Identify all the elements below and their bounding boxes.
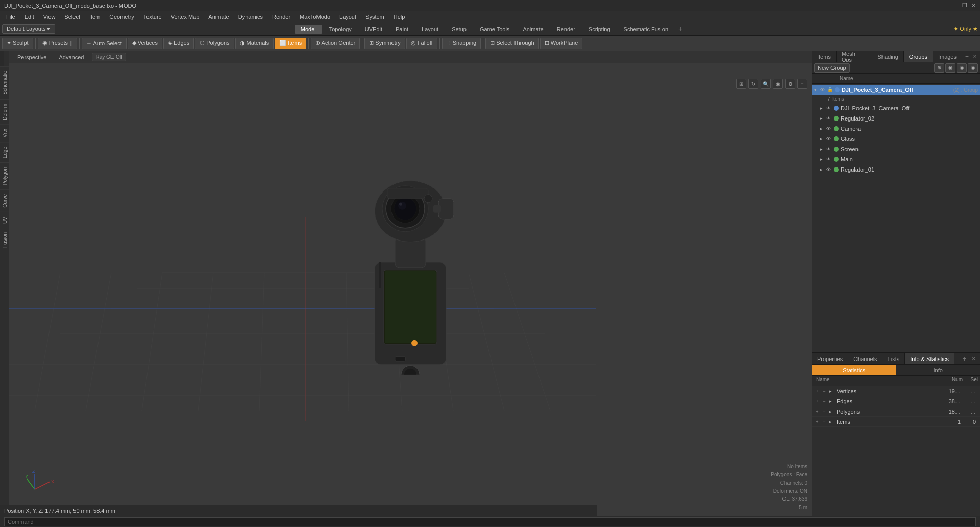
falloff-btn[interactable]: ◎ Falloff: [406, 38, 437, 49]
sidebar-tab-deform[interactable]: Deform: [0, 99, 9, 125]
vp-icon-reset[interactable]: ↻: [748, 79, 758, 89]
vp-icon-settings[interactable]: ⚙: [785, 79, 795, 89]
menu-geometry[interactable]: Geometry: [105, 13, 138, 21]
stats-switch-statistics[interactable]: Statistics: [812, 365, 896, 375]
default-layouts-btn[interactable]: Default Layouts ▾: [2, 24, 55, 34]
menu-vertexmap[interactable]: Vertex Map: [167, 13, 204, 21]
menu-layout[interactable]: Layout: [335, 13, 360, 21]
stats-expand-items[interactable]: ▸: [829, 419, 835, 424]
stats-add-edges[interactable]: +: [814, 398, 820, 404]
tab-schematic-fusion[interactable]: Schematic Fusion: [618, 25, 674, 34]
menu-animate[interactable]: Animate: [204, 13, 233, 21]
menu-view[interactable]: View: [39, 13, 60, 21]
tab-animate[interactable]: Animate: [517, 25, 549, 34]
canvas-area[interactable]: ⊞ ↻ 🔍 ◉ ⚙ ≡ No Items Polygons : Face Cha…: [9, 63, 812, 516]
tree-row-main[interactable]: ▸ 👁 Main: [812, 154, 980, 164]
groups-btn-1[interactable]: ⊕: [934, 63, 944, 73]
viewport[interactable]: Perspective Advanced Ray GL: Off: [9, 51, 812, 516]
polygons-btn[interactable]: ⬡ Polygons: [195, 38, 234, 49]
select-through-btn[interactable]: ⊡ Select Through: [485, 38, 538, 49]
btab-add-btn[interactable]: +: [960, 354, 969, 364]
materials-btn[interactable]: ◑ Materials: [235, 38, 274, 49]
vis-3[interactable]: 👁: [826, 126, 834, 131]
command-input[interactable]: [4, 517, 976, 526]
tree-row-regulator02[interactable]: ▸ 👁 Regulator_02: [812, 113, 980, 124]
menu-item[interactable]: Item: [85, 13, 104, 21]
action-center-btn[interactable]: ⊕ Action Center: [311, 38, 360, 49]
tab-topology[interactable]: Topology: [323, 25, 358, 34]
menu-texture[interactable]: Texture: [139, 13, 166, 21]
menu-system[interactable]: System: [361, 13, 388, 21]
menu-edit[interactable]: Edit: [20, 13, 38, 21]
edges-btn[interactable]: ◈ Edges: [163, 38, 194, 49]
vp-icon-menu[interactable]: ≡: [797, 79, 807, 89]
sidebar-tab-schematic[interactable]: Schematic: [0, 66, 9, 99]
sidebar-tab-vrtx[interactable]: Vrtx: [0, 124, 9, 141]
lock-icon-root[interactable]: 🔓: [827, 87, 835, 92]
vp-icon-layout[interactable]: ⊞: [736, 79, 746, 89]
vis-icon-root[interactable]: 👁: [820, 87, 827, 92]
btab-close-btn[interactable]: ✕: [969, 354, 978, 363]
stats-expand-polygons[interactable]: ▸: [829, 409, 835, 414]
sidebar-collapse-btn[interactable]: [0, 51, 4, 66]
presets-btn[interactable]: ◉ Presets ‖: [38, 38, 77, 49]
ray-gl-btn[interactable]: Ray GL: Off: [92, 53, 126, 61]
minimize-btn[interactable]: —: [952, 2, 958, 9]
tab-model[interactable]: Model: [295, 25, 322, 34]
vp-icon-zoom[interactable]: 🔍: [761, 79, 771, 89]
expand-6[interactable]: ▸: [820, 157, 826, 162]
rpanel-tab-groups[interactable]: Groups: [904, 51, 933, 62]
new-group-btn[interactable]: New Group: [814, 63, 850, 73]
vis-5[interactable]: 👁: [826, 147, 834, 152]
menu-help[interactable]: Help: [389, 13, 409, 21]
vp-icon-shade[interactable]: ◉: [773, 79, 783, 89]
groups-btn-2[interactable]: ◉: [945, 63, 955, 73]
items-btn[interactable]: ⬜ Items: [275, 38, 306, 49]
viewport-tab-perspective[interactable]: Perspective: [13, 53, 51, 61]
rpanel-add-tab-btn[interactable]: +: [962, 52, 972, 61]
viewport-tab-advanced[interactable]: Advanced: [55, 53, 88, 61]
vis-1[interactable]: 👁: [826, 106, 834, 111]
menu-dynamics[interactable]: Dynamics: [234, 13, 267, 21]
close-btn[interactable]: ✕: [971, 2, 976, 9]
stats-expand-edges[interactable]: ▸: [829, 399, 835, 404]
btab-lists[interactable]: Lists: [883, 353, 905, 364]
vis-7[interactable]: 👁: [826, 167, 834, 172]
tab-layout[interactable]: Layout: [415, 25, 445, 34]
vertices-btn[interactable]: ◆ Vertices: [128, 38, 162, 49]
vis-2[interactable]: 👁: [826, 116, 834, 121]
btab-info-statistics[interactable]: Info & Statistics: [905, 353, 954, 364]
stats-add-vertices[interactable]: +: [814, 388, 820, 394]
btab-channels[interactable]: Channels: [848, 353, 883, 364]
tree-row-camera[interactable]: ▸ 👁 Camera: [812, 124, 980, 134]
symmetry-btn[interactable]: ⊞ Symmetry: [364, 38, 405, 49]
menu-file[interactable]: File: [2, 13, 19, 21]
stats-switch-info[interactable]: Info: [896, 365, 981, 375]
tab-scripting[interactable]: Scripting: [582, 25, 617, 34]
tree-row-root-group[interactable]: ▾ 👁 🔓 DJI_Pocket_3_Camera_Off (2) : Grou…: [812, 85, 980, 95]
tab-setup[interactable]: Setup: [446, 25, 473, 34]
expand-1[interactable]: ▸: [820, 106, 826, 111]
rpanel-tab-shading[interactable]: Shading: [872, 51, 903, 62]
expand-7[interactable]: ▸: [820, 167, 826, 172]
vis-6[interactable]: 👁: [826, 157, 834, 162]
vis-4[interactable]: 👁: [826, 136, 834, 141]
sidebar-tab-fusion[interactable]: Fusion: [0, 228, 9, 252]
menu-select[interactable]: Select: [60, 13, 84, 21]
expand-2[interactable]: ▸: [820, 116, 826, 121]
tree-row-regulator01[interactable]: ▸ 👁 Regulator_01: [812, 164, 980, 175]
rpanel-tab-items[interactable]: Items: [812, 51, 837, 62]
sidebar-tab-uv[interactable]: UV: [0, 212, 9, 228]
tree-row-glass[interactable]: ▸ 👁 Glass: [812, 134, 980, 144]
window-controls[interactable]: — ❐ ✕: [952, 2, 976, 9]
stats-add-items[interactable]: +: [814, 419, 820, 425]
tab-gametools[interactable]: Game Tools: [474, 25, 516, 34]
tab-uvedit[interactable]: UVEdit: [359, 25, 388, 34]
stats-add-polygons[interactable]: +: [814, 409, 820, 415]
menu-render[interactable]: Render: [268, 13, 295, 21]
tree-row-screen[interactable]: ▸ 👁 Screen: [812, 144, 980, 154]
groups-btn-3[interactable]: ◉: [957, 63, 967, 73]
stats-expand-vertices[interactable]: ▸: [829, 389, 835, 394]
tab-render[interactable]: Render: [551, 25, 581, 34]
sculpt-btn[interactable]: ✦ Sculpt: [2, 38, 33, 49]
